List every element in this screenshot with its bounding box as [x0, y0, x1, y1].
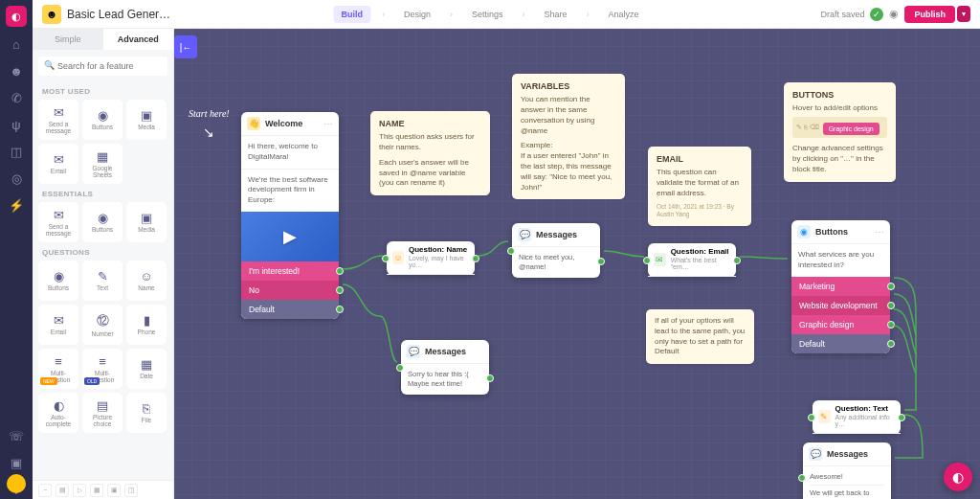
nav-broadcast-icon[interactable]: ψ — [7, 115, 26, 134]
node-more-icon[interactable]: ⋯ — [323, 119, 333, 129]
feature-cell[interactable]: ⑫Number — [82, 305, 122, 345]
node-buttons[interactable]: ◉ Buttons ⋯ What services are you intere… — [791, 220, 890, 353]
node-messages-sorry[interactable]: 💬 Messages Sorry to hear this :( Maybe n… — [401, 340, 489, 395]
node-welcome[interactable]: 👋 Welcome ⋯ Hi there, welcome to Digital… — [241, 112, 339, 319]
grid-questions: ◉Buttons✎Text☺Name✉Email⑫Number▮Phone≡Mu… — [33, 261, 173, 433]
node-more-icon[interactable]: ⋯ — [875, 227, 884, 238]
feature-cell[interactable]: ✉Send a message — [38, 100, 78, 140]
feature-cell[interactable]: ▮Phone — [126, 305, 167, 345]
buttons-icon: ◉ — [797, 225, 811, 238]
hint-arrow-icon: ↘ — [203, 125, 214, 140]
page-title: Basic Lead Gener… — [67, 8, 170, 21]
nav-support-icon[interactable]: ☏ — [7, 426, 26, 445]
footer-grid[interactable]: ▦ — [90, 484, 103, 497]
feature-label: Buttons — [92, 227, 113, 234]
feature-cell[interactable]: ▣Media — [126, 100, 167, 140]
feature-label: Send a message — [40, 122, 77, 134]
feature-cell[interactable]: ✉Email — [38, 305, 78, 345]
panel-tab-advanced[interactable]: Advanced — [103, 29, 174, 50]
feature-cell[interactable]: ✉Send a message — [38, 202, 78, 242]
bot-avatar-icon: ☻ — [42, 5, 61, 24]
feature-label: Email — [51, 329, 66, 336]
nav-plug-icon[interactable]: ⚡ — [7, 195, 26, 215]
feature-cell[interactable]: ☺Name — [126, 261, 167, 301]
feature-icon: ✉ — [54, 105, 64, 120]
user-avatar[interactable] — [7, 474, 26, 493]
search-input[interactable] — [38, 57, 167, 76]
feature-cell[interactable]: ▦Date — [126, 349, 167, 389]
footer-play[interactable]: ▷ — [73, 484, 86, 497]
feature-cell[interactable]: ✉Email — [38, 144, 78, 184]
preview-eye-icon[interactable]: ◉ — [889, 8, 899, 20]
tab-settings[interactable]: Settings — [464, 6, 511, 23]
flow-canvas[interactable]: Start here! ↘ 👋 Welcome ⋯ Hi there, welc… — [174, 29, 980, 499]
node-question-text[interactable]: ✎ Question: Text Any additional info y… — [813, 400, 901, 434]
publish-button[interactable]: Publish — [904, 6, 955, 23]
choice-webdev[interactable]: Website development — [791, 296, 890, 315]
saved-check-icon: ✓ — [870, 8, 883, 21]
feature-cell[interactable]: ≡Multi-questionNEW — [38, 349, 78, 389]
message-icon: 💬 — [407, 345, 420, 358]
feature-cell[interactable]: ◐Auto-complete — [38, 393, 78, 433]
feature-cell[interactable]: ◉Buttons — [82, 100, 122, 140]
feature-cell[interactable]: ▤Picture choice — [82, 393, 122, 433]
feature-label: Buttons — [48, 285, 69, 292]
feature-cell[interactable]: ◉Buttons — [82, 202, 122, 242]
feature-label: Auto-complete — [40, 415, 77, 427]
feature-label: Google Sheets — [84, 166, 121, 178]
tab-analyze[interactable]: Analyze — [601, 6, 647, 23]
choice-interested[interactable]: I'm interested! — [241, 261, 339, 281]
note-name[interactable]: NAME This question asks users for their … — [370, 111, 490, 195]
tab-share[interactable]: Share — [536, 6, 574, 23]
choice-graphic[interactable]: Graphic design — [791, 315, 890, 334]
footer-minus[interactable]: − — [38, 484, 52, 497]
note-buttons[interactable]: BUTTONS Hover to add/edit options ✎ ⎘ ⌫G… — [784, 82, 896, 182]
note-default[interactable]: If all of your options will lead to the … — [646, 309, 754, 364]
node-messages-awesome[interactable]: 💬 Messages Awesome! We will get back to … — [803, 442, 891, 499]
feature-icon: ◉ — [98, 108, 108, 123]
welcome-body1: Hi there, welcome to DigitalMara! — [241, 136, 339, 169]
feature-icon: ✉ — [54, 208, 64, 222]
feature-cell[interactable]: ▣Media — [126, 202, 167, 242]
feature-cell[interactable]: ◉Buttons — [38, 261, 78, 301]
feature-label: File — [142, 418, 151, 424]
feature-cell[interactable]: ✎Text — [82, 261, 122, 301]
nav-home-icon[interactable]: ⌂ — [7, 34, 26, 54]
feature-cell[interactable]: ▦Google Sheets — [82, 144, 122, 184]
feature-label: Buttons — [92, 125, 113, 131]
publish-dropdown[interactable]: ▾ — [957, 6, 970, 22]
help-fab-button[interactable]: ◐ — [944, 463, 972, 491]
nav-bot-icon[interactable]: ☻ — [7, 61, 26, 80]
footer-list[interactable]: ▤ — [56, 484, 69, 497]
choice-no[interactable]: No — [241, 281, 339, 300]
panel-collapse-button[interactable]: |← — [174, 35, 197, 58]
grid-essentials: ✉Send a message◉Buttons▣Media — [33, 202, 173, 242]
top-bar: ☻ Basic Lead Gener… Build› Design› Setti… — [33, 0, 980, 29]
tab-build[interactable]: Build — [333, 6, 370, 23]
feature-label: Email — [51, 169, 66, 175]
panel-tab-simple[interactable]: Simple — [33, 29, 103, 50]
brand-logo[interactable]: ◐ — [6, 6, 27, 27]
search-icon: 🔍 — [44, 60, 55, 70]
footer-a[interactable]: ▣ — [107, 484, 121, 497]
choice-marketing[interactable]: Marketing — [791, 277, 890, 296]
email-icon: ✉ — [654, 253, 666, 266]
hand-wave-icon: 👋 — [247, 117, 260, 130]
feature-cell[interactable]: ≡Multi-questionOLD — [82, 349, 122, 389]
note-email[interactable]: EMAIL This question can validate the for… — [648, 147, 751, 226]
nav-inbox-icon[interactable]: ◫ — [7, 142, 26, 161]
nav-globe-icon[interactable]: ◎ — [7, 169, 26, 188]
feature-label: Name — [138, 285, 154, 292]
feature-label: Number — [91, 331, 113, 338]
note-variables[interactable]: VARIABLES You can mention the answer in … — [512, 74, 625, 199]
node-question-email[interactable]: ✉ Question: Email What's the best "em… — [648, 243, 736, 277]
tab-design[interactable]: Design — [396, 6, 438, 23]
node-messages-nice[interactable]: 💬 Messages Nice to meet you, @name! — [512, 223, 600, 278]
nav-widget-icon[interactable]: ▣ — [7, 453, 26, 472]
choice-default[interactable]: Default — [241, 300, 339, 319]
node-question-name[interactable]: ☺ Question: Name Lovely, may I have yo… — [387, 241, 475, 275]
nav-whatsapp-icon[interactable]: ✆ — [7, 88, 26, 107]
feature-cell[interactable]: ⎘File — [126, 393, 167, 433]
choice-default-btns[interactable]: Default — [791, 334, 890, 353]
footer-b[interactable]: ◫ — [124, 484, 138, 497]
